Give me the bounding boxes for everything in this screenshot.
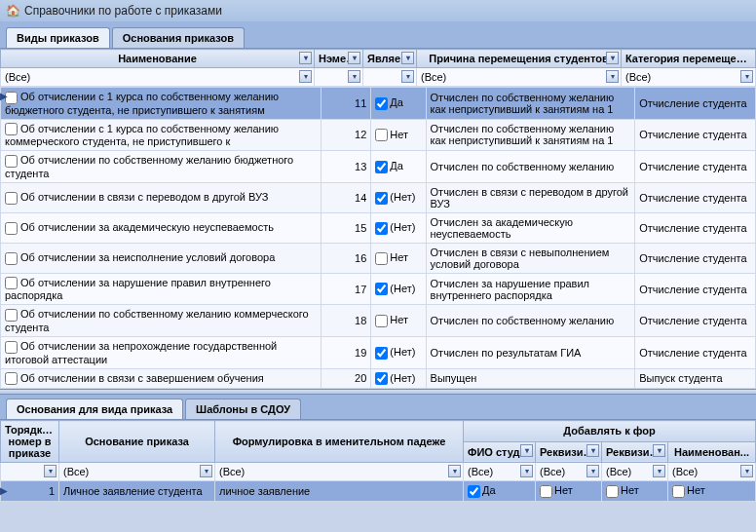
table-row[interactable]: Об отчислении за академическую неуспевае… [1,212,756,243]
is-checkbox[interactable] [375,252,388,265]
cell-is[interactable]: (Нет) [371,182,426,212]
cell-name[interactable]: ▶Об отчислении с 1 курса по собственному… [1,88,321,120]
check-rek2[interactable] [606,485,619,498]
table-row[interactable]: Об отчислении с 1 курса по собственному … [1,119,756,151]
tab-order-bases[interactable]: Основания приказов [112,27,245,48]
cell-is[interactable]: (Нет) [371,212,426,243]
check-fio[interactable] [468,485,480,498]
cell-reason[interactable]: Отчислен в связи с переводом в другой ВУ… [426,182,635,212]
cell-is[interactable]: Нет [371,119,426,151]
cell-cat[interactable]: Отчисление студента [635,182,756,212]
cell-num[interactable]: 12 [321,119,371,151]
cell-rek2[interactable]: Нет [602,481,668,502]
dropdown-icon[interactable]: ▾ [520,465,533,477]
is-checkbox[interactable] [375,161,388,173]
is-checkbox[interactable] [375,283,388,295]
table-row[interactable]: Об отчислении за неисполнение условий до… [1,243,756,273]
row-checkbox[interactable] [5,309,18,322]
tab-bases-for-type[interactable]: Основания для вида приказа [6,399,183,419]
cell-reason[interactable]: Отчислен по собственному желанию [426,305,635,337]
row-checkbox[interactable] [5,277,18,289]
col-is[interactable]: Являетс...▾ [363,50,417,68]
cell-reason[interactable]: Отчислен в связи с невыполнением условий… [426,243,635,273]
dropdown-icon[interactable]: ▾ [740,70,753,83]
table-row[interactable]: Об отчислении по собственному желанию бю… [1,151,756,183]
bfilter-basis[interactable]: (Все)▾ [59,463,215,481]
is-checkbox[interactable] [375,372,388,385]
cell-name[interactable]: Об отчислении за нарушение правил внутре… [1,273,321,305]
cell-is[interactable]: (Нет) [371,336,426,368]
col-rek2[interactable]: Реквизиты ...▾ [602,441,668,463]
filter-num[interactable]: ▾ [315,68,363,87]
is-checkbox[interactable] [375,347,388,360]
is-checkbox[interactable] [375,315,388,327]
bfilter-rek1[interactable]: (Все)▾ [536,463,602,481]
row-checkbox[interactable] [5,155,18,168]
table-row[interactable]: Об отчислении в связи с переводом в друг… [1,182,756,212]
cell-rek1[interactable]: Нет [536,481,602,502]
cell-num[interactable]: 17 [321,273,371,305]
col-addto[interactable]: Добавлять к фор [464,421,756,442]
cell-name[interactable]: Об отчислении по собственному желанию ко… [1,305,321,337]
sort-icon[interactable]: ▾ [520,444,533,457]
dropdown-icon[interactable]: ▾ [740,465,753,477]
sort-icon[interactable]: ▾ [299,52,312,64]
dropdown-icon[interactable]: ▾ [653,465,665,477]
cell-num[interactable]: 13 [321,151,371,183]
cell-name[interactable]: Об отчислении за непрохождение государст… [1,336,321,368]
bfilter-rek2[interactable]: (Все)▾ [602,463,668,481]
table-row[interactable]: ▶Об отчислении с 1 курса по собственному… [1,88,756,120]
bfilter-naim[interactable]: (Все)▾ [668,463,756,481]
cell-cat[interactable]: Отчисление студента [635,305,756,337]
col-cat[interactable]: Категория перемещения [622,50,756,68]
row-checkbox[interactable] [5,252,18,265]
cell-is[interactable]: (Нет) [371,273,426,305]
cell-num[interactable]: 20 [321,368,371,389]
row-checkbox[interactable] [5,372,18,385]
is-checkbox[interactable] [375,192,388,205]
cell-is[interactable]: Нет [371,305,426,337]
col-fio[interactable]: ФИО студен...▾ [464,441,536,463]
sort-icon[interactable]: ▾ [401,52,414,64]
tab-sdou-templates[interactable]: Шаблоны в СДОУ [185,399,301,419]
check-naim[interactable] [672,485,685,498]
cell-is[interactable]: Да [371,151,426,183]
row-checkbox[interactable] [5,222,18,235]
sort-icon[interactable]: ▾ [586,444,599,457]
cell-is[interactable]: (Нет) [371,368,426,389]
bfilter-seq[interactable]: ▾ [1,463,59,481]
cell-name[interactable]: Об отчислении в связи с переводом в друг… [1,182,321,212]
dropdown-icon[interactable]: ▾ [200,465,212,477]
col-reason[interactable]: Причина перемещения студентов▾ [417,50,622,68]
cell-cat[interactable]: Отчисление студента [635,88,756,120]
cell-name[interactable]: Об отчислении в связи с завершением обуч… [1,368,321,389]
cell-num[interactable]: 14 [321,182,371,212]
cell-reason[interactable]: Отчислен по результатам ГИА [426,336,635,368]
top-grid-body[interactable]: ▶Об отчислении с 1 курса по собственному… [0,87,756,389]
col-seq[interactable]: Торядковый номер в приказе [1,421,59,463]
cell-reason[interactable]: Отчислен по собственному желанию как неп… [426,88,635,120]
filter-is[interactable]: ▾ [363,68,417,87]
dropdown-icon[interactable]: ▾ [401,70,414,83]
col-name[interactable]: Наименование▾ [1,50,315,68]
dropdown-icon[interactable]: ▾ [299,70,312,83]
sort-icon[interactable]: ▾ [606,52,619,64]
col-num[interactable]: Нэмер у...▾ [315,50,363,68]
cell-is[interactable]: Нет [371,243,426,273]
cell-form[interactable]: личное заявление [215,481,464,502]
table-row[interactable]: Об отчислении за непрохождение государст… [1,336,756,368]
cell-cat[interactable]: Отчисление студента [635,212,756,243]
col-rek1[interactable]: Реквизиты ...▾ [536,441,602,463]
sort-icon[interactable]: ▾ [348,52,360,64]
col-basis[interactable]: Основание приказа [59,421,215,463]
cell-name[interactable]: Об отчислении за академическую неуспевае… [1,212,321,243]
dropdown-icon[interactable]: ▾ [586,465,599,477]
row-checkbox[interactable] [5,341,18,354]
bfilter-form[interactable]: (Все)▾ [215,463,464,481]
cell-num[interactable]: 16 [321,243,371,273]
cell-cat[interactable]: Отчисление студента [635,151,756,183]
cell-cat[interactable]: Выпуск студента [635,368,756,389]
cell-cat[interactable]: Отчисление студента [635,336,756,368]
filter-name[interactable]: (Все)▾ [1,68,315,87]
cell-num[interactable]: 11 [321,88,371,120]
